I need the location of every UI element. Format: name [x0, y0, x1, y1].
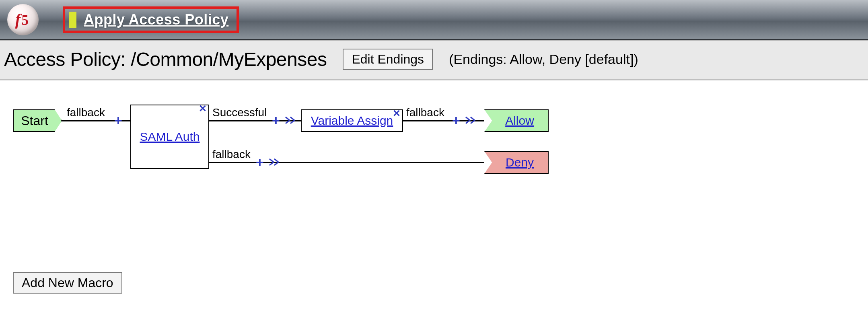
branch-label-saml-successful: Successful — [212, 106, 267, 119]
edit-endings-button[interactable]: Edit Endings — [343, 49, 433, 70]
start-node: Start — [13, 109, 62, 132]
endings-description: (Endings: Allow, Deny [default]) — [449, 51, 638, 67]
ending-deny: Deny — [484, 151, 549, 174]
add-action-plus-icon[interactable]: + — [114, 113, 122, 127]
policy-title-bar: Access Policy: /Common/MyExpenses Edit E… — [0, 40, 868, 80]
ending-allow-link[interactable]: Allow — [505, 114, 534, 127]
apply-access-policy-highlight: Apply Access Policy — [63, 6, 239, 33]
add-action-plus-icon[interactable]: + — [272, 113, 280, 127]
branch-label-varassign-fallback: fallback — [406, 106, 444, 119]
ending-deny-link[interactable]: Deny — [506, 156, 534, 169]
add-action-plus-icon[interactable]: + — [256, 155, 264, 169]
add-action-plus-icon[interactable]: + — [452, 113, 460, 127]
svg-text:5: 5 — [21, 12, 28, 28]
swap-branch-arrow-icon[interactable] — [285, 116, 297, 125]
policy-flow: Start fallback + ✕ SAML Auth Successful … — [13, 105, 580, 185]
delete-node-close-icon[interactable]: ✕ — [199, 104, 207, 113]
f5-logo-icon: f 5 — [7, 4, 39, 35]
branch-label-start-fallback: fallback — [67, 106, 105, 119]
add-new-macro-button[interactable]: Add New Macro — [13, 272, 122, 294]
top-header-bar: f 5 Apply Access Policy — [0, 0, 868, 40]
swap-branch-arrow-icon[interactable] — [269, 158, 281, 166]
policy-flow-canvas: Start fallback + ✕ SAML Auth Successful … — [0, 80, 868, 306]
saml-auth-link[interactable]: SAML Auth — [140, 130, 200, 144]
delete-node-close-icon[interactable]: ✕ — [393, 109, 401, 118]
pending-changes-marker-icon — [69, 12, 76, 28]
branch-label-saml-fallback: fallback — [212, 148, 251, 161]
ending-allow: Allow — [484, 109, 549, 132]
variable-assign-node: ✕ Variable Assign — [301, 109, 403, 132]
variable-assign-link[interactable]: Variable Assign — [311, 114, 393, 127]
swap-branch-arrow-icon[interactable] — [465, 116, 477, 125]
apply-access-policy-link[interactable]: Apply Access Policy — [84, 11, 228, 28]
connector-line — [209, 162, 484, 163]
svg-text:f: f — [15, 11, 22, 29]
policy-title: Access Policy: /Common/MyExpenses — [4, 48, 327, 70]
saml-auth-node: ✕ SAML Auth — [130, 105, 209, 169]
